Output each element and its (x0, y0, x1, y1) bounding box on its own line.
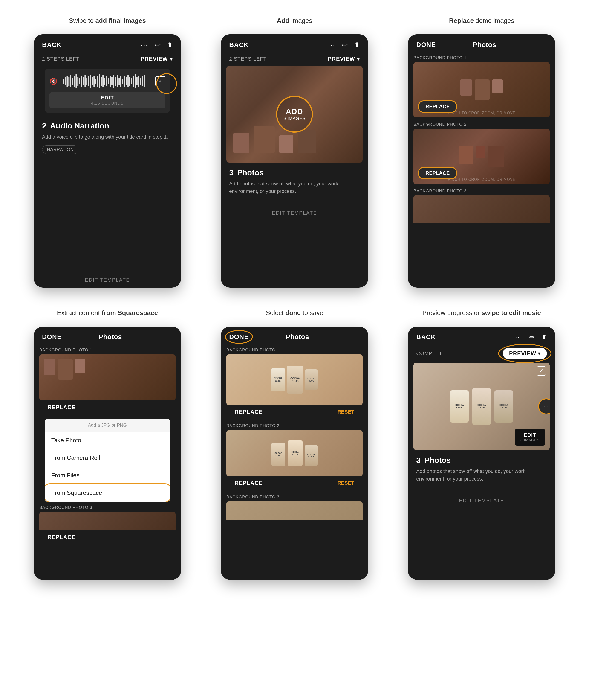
done-photos-scroll: BACKGROUND PHOTO 1 COCOACLUB (221, 345, 368, 527)
share-icon-preview[interactable]: ⬆ (541, 333, 547, 341)
photo-item-2: BACKGROUND PHOTO 2 PINCH TO CROP, ZOOM, … (413, 122, 550, 184)
svg-rect-9 (79, 78, 80, 84)
phone-preview: BACK ··· ✏ ⬆ COMPLETE PREVIEW ▾ (408, 326, 555, 580)
mute-icon[interactable]: 🔇 (49, 78, 57, 85)
done-button-save[interactable]: DONE (229, 333, 249, 340)
replace-text-sq[interactable]: REPLACE (48, 404, 76, 411)
phone-squarespace: DONE Photos BACKGROUND PHOTO 1 (34, 326, 181, 580)
svg-rect-3 (68, 77, 69, 86)
phone-header-sq: DONE Photos (34, 326, 181, 345)
back-button[interactable]: BACK (42, 41, 62, 48)
svg-rect-44 (142, 77, 143, 86)
phone-footer-add[interactable]: EDIT TEMPLATE (221, 205, 368, 221)
menu-item-files[interactable]: From Files (45, 467, 170, 484)
dots-preview[interactable]: ··· (515, 333, 523, 341)
photo-bg-3 (413, 195, 550, 223)
audio-check-box[interactable]: ✓ (155, 76, 165, 86)
step-title-preview: Photos (424, 456, 451, 465)
section-audio: Swipe to add final images BACK ··· ✏ ⬆ 2… (14, 9, 201, 301)
add-images-button[interactable]: ADD 3 IMAGES (276, 96, 313, 133)
edit-label: EDIT (521, 432, 540, 438)
dots-menu-icon-add[interactable]: ··· (328, 41, 336, 48)
edit-template-add: EDIT TEMPLATE (272, 210, 317, 216)
add-button-sub: 3 IMAGES (284, 116, 305, 121)
svg-rect-14 (88, 77, 89, 86)
menu-item-camera-roll[interactable]: From Camera Roll (45, 449, 170, 467)
done-button-replace[interactable]: DONE (416, 41, 436, 48)
replace-button-2[interactable]: REPLACE (418, 167, 457, 179)
svg-rect-43 (140, 78, 141, 85)
three-dots-circle[interactable]: ··· (538, 398, 550, 414)
preview-btn-add[interactable]: PREVIEW ▾ (328, 56, 360, 62)
svg-rect-5 (72, 78, 73, 85)
reset-button-2[interactable]: RESET (338, 480, 354, 486)
section-preview: Preview progress or swipe to edit music … (388, 301, 575, 594)
steps-left-label: 2 STEPS LEFT (42, 56, 79, 62)
menu-item-take-photo[interactable]: Take Photo (45, 432, 170, 449)
section-replace: Replace demo images DONE Photos BACKGROU… (388, 9, 575, 301)
sq-photo-1: BACKGROUND PHOTO 1 REPLACE (39, 348, 176, 414)
back-button-add[interactable]: BACK (229, 41, 249, 48)
caption-preview: Preview progress or swipe to edit music (422, 308, 541, 317)
replace-done-1[interactable]: REPLACE (235, 409, 263, 415)
phone-footer-audio[interactable]: EDIT TEMPLATE (34, 272, 181, 288)
phone-header-replace: DONE Photos (408, 34, 555, 53)
add-button-label: ADD (286, 107, 303, 116)
audio-edit-seconds: 4.25 SECONDS (52, 101, 163, 106)
edit-icon[interactable]: ✏ (155, 41, 161, 49)
svg-rect-23 (104, 78, 106, 85)
done-btn-sq[interactable]: DONE (42, 333, 62, 340)
step-title-text: Audio Narration (50, 121, 109, 130)
edit-icon-preview[interactable]: ✏ (529, 333, 535, 341)
check-badge: ✓ (537, 366, 546, 376)
menu-item-squarespace[interactable]: From Squarespace (45, 484, 170, 502)
reset-button-1[interactable]: RESET (338, 409, 354, 415)
audio-edit-bar[interactable]: EDIT 4.25 SECONDS (49, 92, 165, 109)
photo-bg-2: PINCH TO CROP, ZOOM, OR MOVE REPLACE (413, 129, 550, 184)
share-icon[interactable]: ⬆ (167, 41, 173, 49)
section-squarespace: Extract content from Squarespace DONE Ph… (14, 301, 201, 594)
preview-pill[interactable]: PREVIEW ▾ (503, 348, 547, 359)
photos-scroll-replace: BACKGROUND PHOTO 1 PINCH TO CROP, ZOOM, … (408, 53, 555, 230)
header-icons: ··· ✏ ⬆ (141, 41, 173, 49)
svg-rect-4 (70, 75, 71, 88)
replace-button-1[interactable]: REPLACE (418, 100, 457, 113)
svg-rect-24 (106, 77, 107, 86)
replace-text-sq-3[interactable]: REPLACE (48, 534, 76, 540)
dots-menu-icon[interactable]: ··· (141, 41, 148, 48)
chevron-add: ▾ (357, 56, 360, 62)
replace-done-2[interactable]: REPLACE (235, 480, 263, 486)
svg-rect-29 (115, 77, 116, 86)
phone-header-audio: BACK ··· ✏ ⬆ (34, 34, 181, 53)
step-desc-add: Add photos that show off what you do, yo… (229, 180, 360, 195)
edit-icon-add[interactable]: ✏ (342, 41, 348, 49)
dropdown-menu: Add a JPG or PNG Take Photo From Camera … (45, 419, 170, 502)
photo-add-container: ADD 3 IMAGES (226, 66, 363, 163)
step-num-add: 3 (229, 168, 233, 177)
svg-rect-17 (93, 76, 94, 87)
done-photo-2: BACKGROUND PHOTO 2 COCOACLUB COCOACLUB C… (226, 423, 363, 490)
photo-item-1: BACKGROUND PHOTO 1 PINCH TO CROP, ZOOM, … (413, 55, 550, 117)
audio-edit-label: EDIT (52, 95, 163, 101)
caption-replace: Replace demo images (449, 16, 514, 25)
done-photo-3: BACKGROUND PHOTO 3 (226, 495, 363, 520)
phone-footer-preview[interactable]: EDIT TEMPLATE (408, 493, 555, 508)
edit-template-label: EDIT TEMPLATE (85, 277, 130, 283)
done-photo-1: BACKGROUND PHOTO 1 COCOACLUB (226, 348, 363, 419)
steps-bar: 2 STEPS LEFT PREVIEW ▾ (34, 53, 181, 66)
svg-rect-6 (73, 76, 75, 87)
product-showcase: COCOACLUB COCOACLUB COCOACLUB ✓ EDIT 3 I… (413, 363, 550, 450)
share-icon-add[interactable]: ⬆ (354, 41, 360, 49)
phone-add-images: BACK ··· ✏ ⬆ 2 STEPS LEFT PREVIEW ▾ (221, 34, 368, 288)
edit-3-images-bar[interactable]: EDIT 3 IMAGES (515, 429, 545, 445)
section-add-images: Add Images BACK ··· ✏ ⬆ 2 STEPS LEFT PRE… (201, 9, 388, 301)
back-btn-preview[interactable]: BACK (416, 333, 436, 341)
step-description: Add a voice clip to go along with your t… (42, 133, 173, 141)
caption-audio: Swipe to add final images (69, 16, 146, 25)
svg-rect-15 (90, 75, 91, 88)
step-number: 2 (42, 121, 46, 130)
preview-button[interactable]: PREVIEW ▾ (141, 56, 173, 62)
svg-rect-13 (86, 78, 87, 85)
phone-header-preview: BACK ··· ✏ ⬆ (408, 326, 555, 345)
svg-rect-16 (91, 78, 93, 85)
